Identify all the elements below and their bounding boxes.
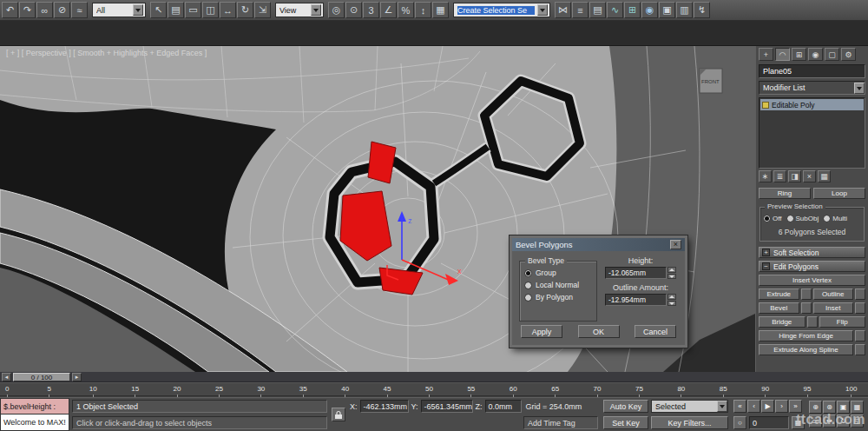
outline-amount-value[interactable]: -12.954mm — [605, 294, 667, 306]
next-frame-button[interactable]: › — [775, 400, 788, 413]
bridge-settings-button[interactable] — [807, 316, 818, 328]
angle-snap-icon[interactable]: ∠ — [380, 2, 397, 18]
chevron-down-icon[interactable] — [717, 401, 727, 412]
modifier-stack[interactable]: Editable Poly — [759, 97, 865, 169]
set-key-button[interactable]: Set Key — [603, 416, 648, 429]
undo-icon[interactable]: ↶ — [2, 2, 18, 18]
spinner-snap-icon[interactable]: ↕ — [415, 2, 431, 18]
modifier-list-dropdown[interactable]: Modifier List — [759, 81, 865, 95]
preview-multi-radio[interactable]: Multi — [823, 215, 847, 222]
maxscript-listener-line[interactable]: Welcome to MAX! — [0, 414, 69, 431]
pin-stack-icon[interactable]: ∗ — [759, 170, 772, 182]
selection-filter-dropdown[interactable]: All — [92, 3, 146, 17]
unlink-selection-icon[interactable]: ⊘ — [54, 2, 70, 18]
reference-coordinate-dropdown[interactable]: View — [275, 3, 324, 17]
height-spinner[interactable]: -12.065mm — [605, 267, 676, 279]
layer-manager-icon[interactable]: ▤ — [589, 2, 606, 18]
preview-subobj-radio[interactable]: SubObj — [786, 215, 819, 222]
height-value[interactable]: -12.065mm — [605, 267, 667, 279]
show-end-result-icon[interactable]: ≣ — [773, 170, 786, 182]
material-editor-icon[interactable]: ◉ — [641, 2, 658, 18]
select-and-move-icon[interactable]: ↔ — [220, 2, 236, 18]
bevel-settings-button[interactable] — [801, 302, 812, 314]
utilities-tab[interactable]: ⚙ — [841, 48, 856, 61]
dialog-titlebar[interactable]: Bevel Polygons × — [512, 238, 685, 251]
insert-vertex-button[interactable]: Insert Vertex — [759, 275, 865, 286]
object-name-field[interactable]: Plane05 — [759, 64, 865, 78]
percent-snap-icon[interactable]: % — [398, 2, 414, 18]
key-filters-button[interactable]: Key Filters... — [651, 416, 728, 429]
stack-item-editable-poly[interactable]: Editable Poly — [760, 99, 864, 110]
motion-tab[interactable]: ◉ — [808, 48, 823, 61]
select-and-scale-icon[interactable]: ⇲ — [254, 2, 271, 18]
outline-button[interactable]: Outline — [813, 288, 854, 300]
auto-key-button[interactable]: Auto Key — [603, 400, 648, 413]
select-object-icon[interactable]: ↖ — [150, 2, 167, 18]
go-to-start-button[interactable]: « — [733, 400, 746, 413]
redo-icon[interactable]: ↷ — [19, 2, 36, 18]
outline-settings-button[interactable] — [855, 288, 865, 300]
front-viewport-note[interactable]: FRONT — [700, 69, 722, 93]
select-and-manipulate-icon[interactable]: ⊙ — [345, 2, 362, 18]
configure-modifier-sets-icon[interactable]: ▦ — [818, 170, 831, 182]
hierarchy-tab[interactable]: ⊞ — [792, 48, 806, 61]
apply-button[interactable]: Apply — [521, 325, 562, 338]
spinner-arrows[interactable] — [667, 267, 676, 279]
time-slider-handle[interactable]: 0 / 100 — [13, 373, 70, 381]
preview-off-radio[interactable]: Off — [763, 215, 782, 222]
previous-frame-arrow[interactable]: ◂ — [2, 373, 11, 381]
rendered-frame-window-icon[interactable]: ▥ — [676, 2, 693, 18]
display-tab[interactable]: ▢ — [825, 48, 839, 61]
remove-modifier-icon[interactable]: × — [803, 170, 816, 182]
use-pivot-point-icon[interactable]: ◎ — [328, 2, 345, 18]
create-tab[interactable]: + — [759, 48, 773, 61]
go-to-end-button[interactable]: » — [789, 400, 802, 413]
current-frame-field[interactable]: 0 — [749, 416, 789, 429]
key-mode-toggle[interactable]: ○ — [733, 416, 746, 429]
hinge-from-edge-button[interactable]: Hinge From Edge — [759, 330, 853, 341]
select-by-name-icon[interactable]: ▤ — [168, 2, 184, 18]
flip-button[interactable]: Flip — [819, 316, 866, 328]
align-icon[interactable]: ≡ — [572, 2, 589, 18]
extrude-along-spline-settings-button[interactable] — [855, 344, 865, 355]
play-button[interactable]: ▶ — [761, 400, 774, 413]
x-coord-field[interactable]: -462.133mm — [360, 400, 409, 413]
edit-polygons-rollout[interactable]: − Edit Polygons — [759, 261, 865, 272]
mirror-icon[interactable]: ⋈ — [555, 2, 571, 18]
extrude-button[interactable]: Extrude — [759, 288, 799, 300]
snaps-toggle-icon[interactable]: 3 — [363, 2, 379, 18]
y-coord-field[interactable]: -6561.345mm — [421, 400, 473, 413]
timeline-ruler[interactable]: 0510152025303540455055606570758085909510… — [0, 382, 868, 396]
outline-amount-spinner[interactable]: -12.954mm — [605, 294, 676, 306]
ok-button[interactable]: OK — [578, 325, 620, 338]
schematic-view-icon[interactable]: ⊞ — [624, 2, 641, 18]
previous-frame-button[interactable]: ‹ — [747, 400, 760, 413]
select-and-rotate-icon[interactable]: ↻ — [237, 2, 253, 18]
make-unique-icon[interactable]: ◨ — [788, 170, 801, 182]
spinner-arrows[interactable] — [667, 294, 676, 306]
inset-settings-button[interactable] — [855, 302, 865, 314]
chevron-down-icon[interactable] — [133, 4, 143, 16]
loop-button[interactable]: Loop — [813, 188, 865, 199]
graph-editors-icon[interactable]: ∿ — [607, 2, 623, 18]
bevel-type-group-radio[interactable]: Group — [524, 269, 592, 277]
close-icon[interactable]: × — [670, 240, 681, 249]
bevel-type-by-polygon-radio[interactable]: By Polygon — [524, 293, 592, 302]
selection-lock-toggle[interactable] — [332, 408, 345, 421]
modify-tab[interactable]: ◠ — [775, 48, 790, 61]
extrude-along-spline-button[interactable]: Extrude Along Spline — [759, 344, 853, 355]
chevron-down-icon[interactable] — [537, 4, 548, 16]
render-setup-icon[interactable]: ▣ — [659, 2, 675, 18]
rectangular-selection-region-icon[interactable]: ▭ — [185, 2, 201, 18]
hinge-settings-button[interactable] — [855, 330, 865, 341]
macro-recorder-line[interactable]: $.bevelHeight : — [0, 398, 69, 414]
cancel-button[interactable]: Cancel — [635, 325, 676, 338]
inset-button[interactable]: Inset — [813, 302, 854, 314]
chevron-down-icon[interactable] — [311, 4, 321, 16]
window-crossing-icon[interactable]: ◫ — [202, 2, 219, 18]
named-selection-sets-dropdown[interactable]: Create Selection Se — [453, 3, 550, 17]
soft-selection-rollout[interactable]: + Soft Selection — [759, 247, 865, 258]
bevel-button[interactable]: Bevel — [759, 302, 799, 314]
timeline[interactable]: ◂ 0 / 100 ▸ 0510152025303540455055606570… — [0, 372, 868, 397]
quick-render-icon[interactable]: ↯ — [694, 2, 710, 18]
